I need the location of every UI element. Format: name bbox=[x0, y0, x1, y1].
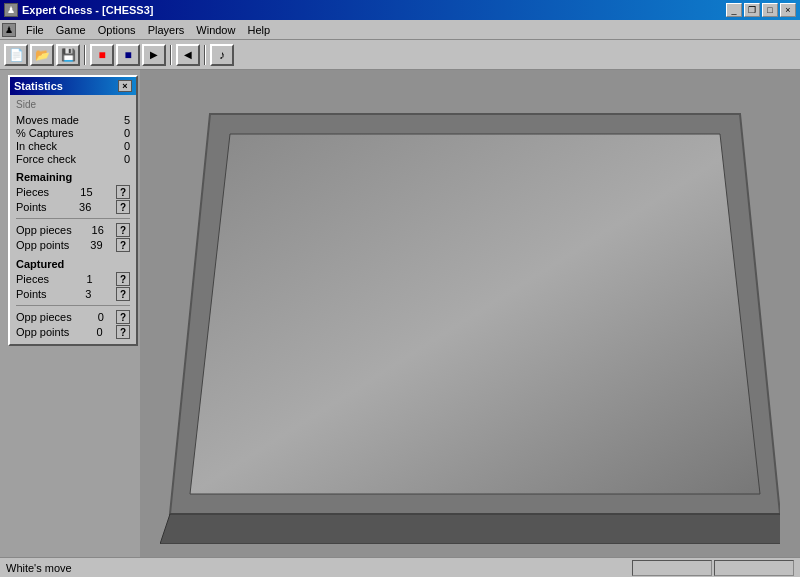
stats-divider-1 bbox=[16, 218, 130, 219]
menu-window[interactable]: Window bbox=[190, 22, 241, 38]
svg-marker-2 bbox=[160, 514, 780, 544]
opp-pieces-help-button[interactable]: ? bbox=[116, 223, 130, 237]
stats-cap-opp-points-row: Opp points 0 ? bbox=[16, 325, 130, 339]
save-button[interactable]: 💾 bbox=[56, 44, 80, 66]
cap-opp-pieces-help-button[interactable]: ? bbox=[116, 310, 130, 324]
status-bar: White's move bbox=[0, 557, 800, 577]
title-bar-buttons: _ ❐ □ × bbox=[726, 3, 796, 17]
stats-forcecheck-row: Force check 0 bbox=[16, 153, 130, 165]
stats-moves-label: Moves made bbox=[16, 114, 79, 126]
toolbar-sep-1 bbox=[84, 45, 86, 65]
stats-points-label: Points bbox=[16, 201, 47, 213]
arrow-button[interactable]: ▶ bbox=[142, 44, 166, 66]
menu-help[interactable]: Help bbox=[241, 22, 276, 38]
stats-cap-pieces-row: Pieces 1 ? bbox=[16, 272, 130, 286]
stats-check-row: In check 0 bbox=[16, 140, 130, 152]
menu-game[interactable]: Game bbox=[50, 22, 92, 38]
stats-cap-points-label: Points bbox=[16, 288, 47, 300]
title-bar: ♟ Expert Chess - [CHESS3] _ ❐ □ × bbox=[0, 0, 800, 20]
svg-marker-1 bbox=[190, 134, 760, 494]
stats-points-value: 36 bbox=[71, 201, 91, 213]
stats-forcecheck-label: Force check bbox=[16, 153, 76, 165]
chess-board-svg[interactable]: (function() { // Define 8 columns and 8 … bbox=[160, 84, 780, 544]
statistics-title-bar: Statistics × bbox=[10, 77, 136, 95]
pieces-help-button[interactable]: ? bbox=[116, 185, 130, 199]
stats-pieces-value: 15 bbox=[73, 186, 93, 198]
stats-captures-value: 0 bbox=[110, 127, 130, 139]
toolbar-sep-3 bbox=[204, 45, 206, 65]
stats-cap-pieces-value: 1 bbox=[73, 273, 93, 285]
stats-points-row: Points 36 ? bbox=[16, 200, 130, 214]
stats-cap-opp-points-value: 0 bbox=[83, 326, 103, 338]
title-bar-left: ♟ Expert Chess - [CHESS3] bbox=[4, 3, 153, 17]
close-button[interactable]: × bbox=[780, 3, 796, 17]
stats-moves-value: 5 bbox=[110, 114, 130, 126]
stop-blue-button[interactable]: ■ bbox=[116, 44, 140, 66]
statistics-close-button[interactable]: × bbox=[118, 80, 132, 92]
stats-opp-points-row: Opp points 39 ? bbox=[16, 238, 130, 252]
stats-pieces-label: Pieces bbox=[16, 186, 49, 198]
stats-cap-points-row: Points 3 ? bbox=[16, 287, 130, 301]
stats-captures-row: % Captures 0 bbox=[16, 127, 130, 139]
menu-bar: ♟ File Game Options Players Window Help bbox=[0, 20, 800, 40]
toolbar-sep-2 bbox=[170, 45, 172, 65]
statistics-body: Side Moves made 5 % Captures 0 In check … bbox=[10, 95, 136, 344]
toolbar: 📄 📂 💾 ■ ■ ▶ ◀ ♪ bbox=[0, 40, 800, 70]
status-panel-2 bbox=[714, 560, 794, 576]
cap-opp-points-help-button[interactable]: ? bbox=[116, 325, 130, 339]
stats-cap-opp-pieces-value: 0 bbox=[84, 311, 104, 323]
stats-opp-points-label: Opp points bbox=[16, 239, 69, 251]
points-help-button[interactable]: ? bbox=[116, 200, 130, 214]
stats-opp-pieces-label: Opp pieces bbox=[16, 224, 72, 236]
new-button[interactable]: 📄 bbox=[4, 44, 28, 66]
stats-divider-2 bbox=[16, 305, 130, 306]
statistics-title: Statistics bbox=[14, 80, 63, 92]
captured-header: Captured bbox=[16, 258, 130, 270]
statistics-panel: Statistics × Side Moves made 5 % Capture… bbox=[8, 75, 138, 346]
window-title: Expert Chess - [CHESS3] bbox=[22, 4, 153, 16]
app-icon: ♟ bbox=[4, 3, 18, 17]
stats-side-label: Side bbox=[16, 99, 130, 110]
stats-moves-row: Moves made 5 bbox=[16, 114, 130, 126]
stats-check-value: 0 bbox=[110, 140, 130, 152]
stats-pieces-row: Pieces 15 ? bbox=[16, 185, 130, 199]
status-panel-1 bbox=[632, 560, 712, 576]
app-menu-icon[interactable]: ♟ bbox=[2, 23, 16, 37]
stop-red-button[interactable]: ■ bbox=[90, 44, 114, 66]
stats-opp-points-value: 39 bbox=[83, 239, 103, 251]
remaining-header: Remaining bbox=[16, 171, 130, 183]
cap-pieces-help-button[interactable]: ? bbox=[116, 272, 130, 286]
stats-opp-pieces-row: Opp pieces 16 ? bbox=[16, 223, 130, 237]
open-button[interactable]: 📂 bbox=[30, 44, 54, 66]
opp-points-help-button[interactable]: ? bbox=[116, 238, 130, 252]
chess-area[interactable]: (function() { // Define 8 columns and 8 … bbox=[140, 70, 800, 557]
menu-options[interactable]: Options bbox=[92, 22, 142, 38]
status-panels bbox=[632, 560, 794, 576]
stats-cap-pieces-label: Pieces bbox=[16, 273, 49, 285]
status-text: White's move bbox=[6, 562, 632, 574]
stats-forcecheck-value: 0 bbox=[110, 153, 130, 165]
stats-cap-points-value: 3 bbox=[71, 288, 91, 300]
main-area: Statistics × Side Moves made 5 % Capture… bbox=[0, 70, 800, 557]
menu-players[interactable]: Players bbox=[142, 22, 191, 38]
menu-file[interactable]: File bbox=[20, 22, 50, 38]
back-button[interactable]: ◀ bbox=[176, 44, 200, 66]
stats-captures-label: % Captures bbox=[16, 127, 73, 139]
stats-opp-pieces-value: 16 bbox=[84, 224, 104, 236]
maximize-button[interactable]: □ bbox=[762, 3, 778, 17]
stats-cap-opp-pieces-label: Opp pieces bbox=[16, 311, 72, 323]
cap-points-help-button[interactable]: ? bbox=[116, 287, 130, 301]
stats-cap-opp-points-label: Opp points bbox=[16, 326, 69, 338]
stats-cap-opp-pieces-row: Opp pieces 0 ? bbox=[16, 310, 130, 324]
restore-button[interactable]: ❐ bbox=[744, 3, 760, 17]
music-button[interactable]: ♪ bbox=[210, 44, 234, 66]
minimize-button[interactable]: _ bbox=[726, 3, 742, 17]
stats-check-label: In check bbox=[16, 140, 57, 152]
